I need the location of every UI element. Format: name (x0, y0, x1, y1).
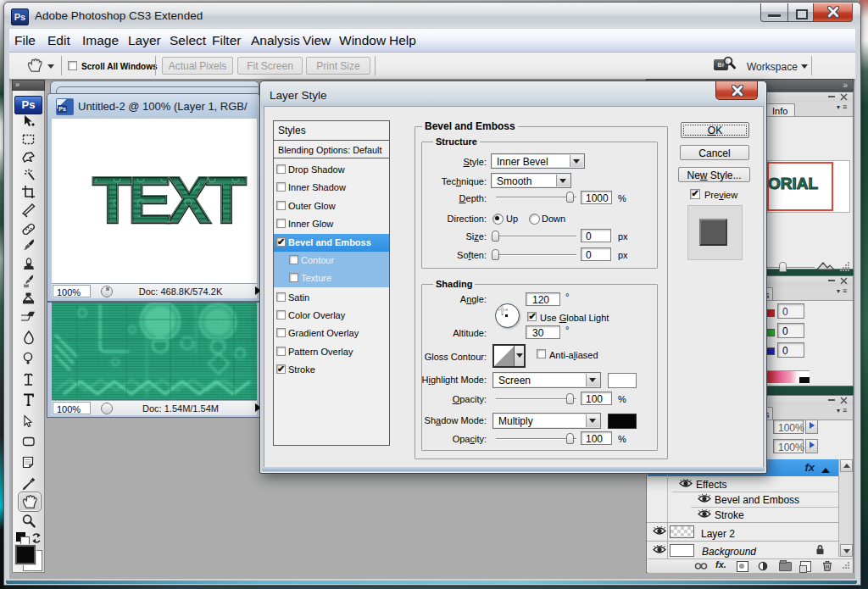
svg-text:TEXT: TEXT (92, 172, 247, 231)
